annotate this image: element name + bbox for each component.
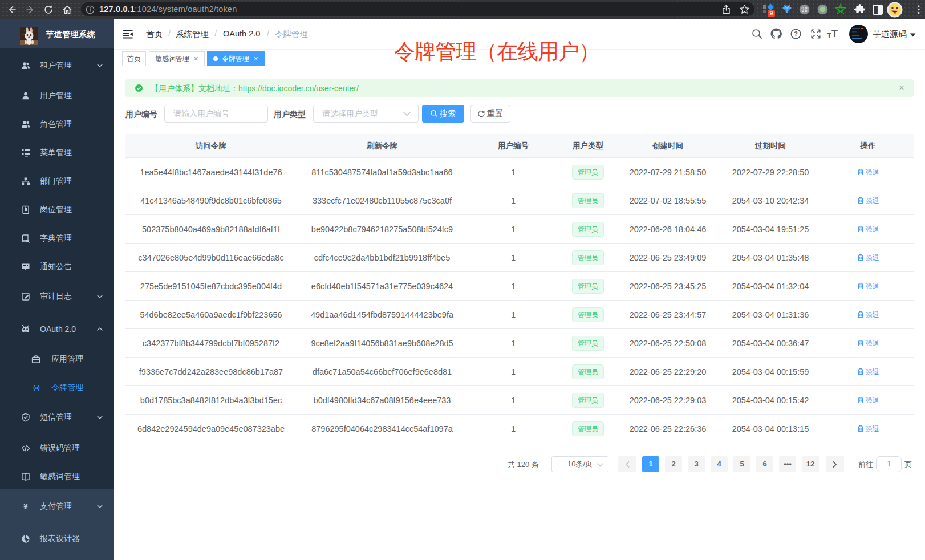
svg-text:9: 9 [770, 10, 773, 17]
svg-text:⌘: ⌘ [801, 6, 808, 14]
svg-text:?: ? [794, 30, 798, 37]
svg-text:(a): (a) [33, 384, 39, 390]
svg-text:¥: ¥ [23, 502, 28, 511]
